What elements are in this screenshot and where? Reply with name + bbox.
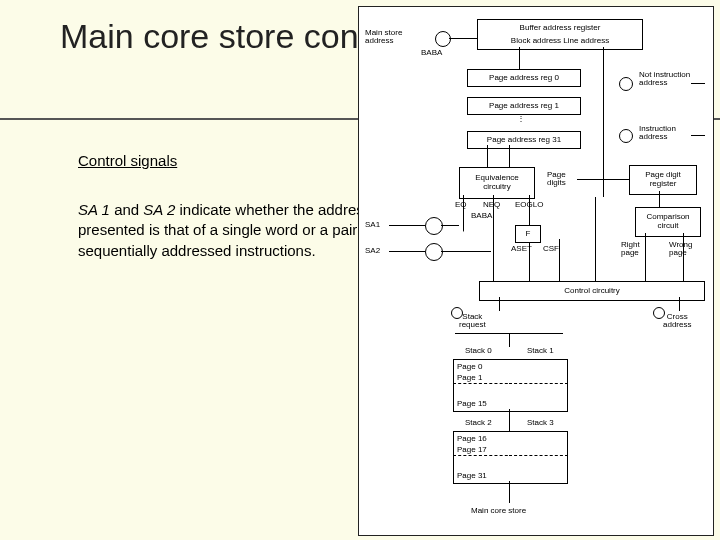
gate-sa1 xyxy=(425,217,443,235)
lbl-right-page: Right page xyxy=(621,241,640,258)
lbl-not-instr: Not instruction address xyxy=(639,71,690,88)
subheading: Control signals xyxy=(78,152,177,169)
em-sa1: SA 1 xyxy=(78,201,110,218)
gate-sa2 xyxy=(425,243,443,261)
lbl-stack0: Stack 0 xyxy=(465,347,492,355)
cell-page15: Page 15 xyxy=(453,397,515,412)
lbl-sa1: SA1 xyxy=(365,221,380,229)
dot-cross xyxy=(653,307,665,319)
lbl-stack-req: Stack request xyxy=(459,313,486,330)
lbl-instr-addr: Instruction address xyxy=(639,125,676,142)
lbl-wrong-page: Wrong page xyxy=(669,241,692,258)
gate-not-instr xyxy=(619,77,633,91)
lbl-main-store-addr: Main store address xyxy=(365,29,402,46)
dot-stack xyxy=(451,307,463,319)
lbl-sa2: SA2 xyxy=(365,247,380,255)
body-text: SA 1 and SA 2 indicate whether the addre… xyxy=(78,200,374,261)
cell-page31: Page 31 xyxy=(453,469,515,484)
lbl-cross-addr: Cross address xyxy=(663,313,691,330)
box-page-reg31: Page address reg 31 xyxy=(467,131,581,149)
box-page-reg0: Page address reg 0 xyxy=(467,69,581,87)
accent-bar xyxy=(28,104,34,344)
lbl-csf: CSF xyxy=(543,245,559,253)
box-equiv: Equivalence circuitry xyxy=(459,167,535,199)
box-f: F xyxy=(515,225,541,243)
box-control: Control circuitry xyxy=(479,281,705,301)
lbl-aset: ASET xyxy=(511,245,532,253)
lbl-stack3: Stack 3 xyxy=(527,419,554,427)
lbl-eq: EQ xyxy=(455,201,467,209)
lbl-baba-top: BABA xyxy=(421,49,442,57)
gate-instr xyxy=(619,129,633,143)
box-page-reg1: Page address reg 1 xyxy=(467,97,581,115)
slide-title: Main core store control xyxy=(60,18,406,55)
body-mid: and xyxy=(110,201,143,218)
lbl-stack2: Stack 2 xyxy=(465,419,492,427)
figure: Main store address BABA Buffer address r… xyxy=(358,6,714,536)
lbl-baba-mid: BABA xyxy=(471,212,492,220)
box-block-line: Block address Line address xyxy=(477,33,643,50)
gate-and-top xyxy=(435,31,451,47)
lbl-neq: NEQ xyxy=(483,201,500,209)
lbl-stack1: Stack 1 xyxy=(527,347,554,355)
lbl-page-digits: Page digits xyxy=(547,171,566,188)
em-sa2: SA 2 xyxy=(143,201,175,218)
box-page-digit-reg: Page digit register xyxy=(629,165,697,195)
lbl-main-core: Main core store xyxy=(471,507,526,515)
